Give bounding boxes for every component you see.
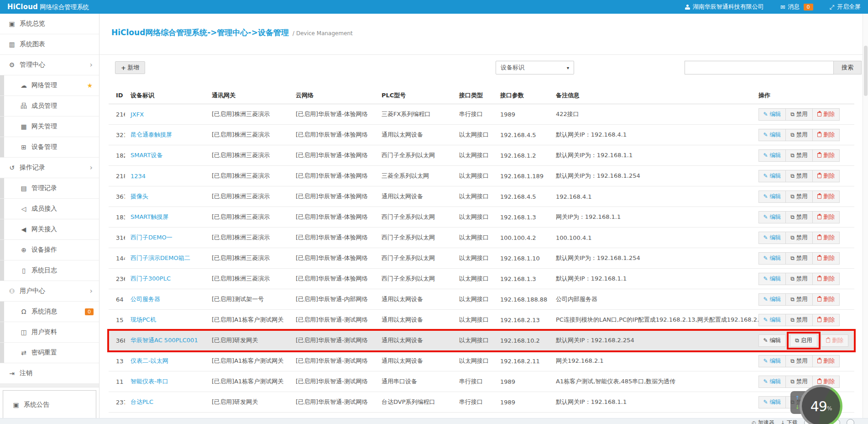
edit-button[interactable]: ✎编辑 bbox=[758, 273, 786, 285]
device-name-link[interactable]: 公司服务器 bbox=[125, 295, 206, 303]
device-name-link[interactable]: SMART触摸屏 bbox=[125, 213, 206, 221]
edit-button[interactable]: ✎编辑 bbox=[758, 334, 786, 347]
delete-button[interactable]: 删除 bbox=[812, 252, 840, 265]
sidebar-item[interactable]: ⚙管理中心› bbox=[0, 55, 99, 75]
delete-button[interactable]: 删除 bbox=[812, 273, 840, 285]
device-name-link[interactable]: 摄像头 bbox=[125, 192, 206, 201]
cell-plc: 通用以太网设备 bbox=[376, 295, 454, 303]
device-name-link[interactable]: 昆仑通泰触摸屏 bbox=[125, 131, 206, 139]
disable-button[interactable]: ⧉禁用 bbox=[785, 293, 813, 306]
device-name-link[interactable]: JXFX bbox=[125, 111, 206, 118]
sidebar-item[interactable]: ▣系统总览 bbox=[0, 14, 99, 34]
edit-button[interactable]: ✎编辑 bbox=[758, 376, 786, 388]
accelerator-item[interactable]: ◴ 加速器 bbox=[752, 419, 774, 424]
delete-button[interactable]: 删除 bbox=[812, 108, 840, 121]
chevron-right-icon: › bbox=[90, 287, 93, 295]
edit-button[interactable]: ✎编辑 bbox=[758, 232, 786, 244]
delete-button[interactable]: 删除 bbox=[812, 191, 840, 203]
cell-cloud: [已启用]华辰智通-体验网络 bbox=[290, 192, 376, 201]
cell-remark: 默认网关IP：192.168.1.1 bbox=[550, 275, 753, 283]
disable-button[interactable]: ⧉禁用 bbox=[785, 232, 813, 244]
edit-button[interactable]: ✎编辑 bbox=[758, 170, 786, 182]
sidebar-item[interactable]: ▥系统图表 bbox=[0, 34, 99, 55]
delete-button[interactable]: 删除 bbox=[821, 334, 848, 347]
device-name-link[interactable]: 西门子300PLC bbox=[125, 275, 206, 283]
fullscreen-toggle[interactable]: ⤢ 开启全屏 bbox=[830, 3, 861, 11]
disable-button[interactable]: ⧉禁用 bbox=[785, 273, 813, 285]
actions-cell: ✎编辑⧉禁用删除 bbox=[753, 129, 854, 141]
sidebar-item[interactable]: ⊞设备管理 bbox=[0, 137, 99, 158]
sidebar-item[interactable]: ☁网络管理★ bbox=[0, 75, 99, 96]
delete-button[interactable]: 删除 bbox=[812, 355, 840, 367]
disable-button[interactable]: ⧉禁用 bbox=[785, 252, 813, 265]
sidebar-item[interactable]: ⇄密码重置 bbox=[0, 343, 99, 363]
disable-button[interactable]: ⧉禁用 bbox=[785, 170, 813, 182]
disable-button[interactable]: ⧉禁用 bbox=[785, 355, 813, 367]
scrollbar-thumb[interactable] bbox=[864, 46, 868, 96]
trash-icon bbox=[817, 235, 821, 240]
delete-button[interactable]: 删除 bbox=[812, 211, 840, 223]
edit-button[interactable]: ✎编辑 bbox=[758, 211, 786, 223]
company-menu[interactable]: 湖南华辰智通科技有限公司 bbox=[685, 3, 764, 11]
filter-field-select[interactable]: 设备标识 ▾ bbox=[496, 61, 574, 74]
sidebar-item[interactable]: ▯系统日志 bbox=[0, 260, 99, 281]
sidebar-item[interactable]: ⊕设备操作 bbox=[0, 240, 99, 260]
company-name: 湖南华辰智通科技有限公司 bbox=[693, 3, 764, 11]
device-name-link[interactable]: 华辰智通AC 500PLC001 bbox=[125, 336, 206, 344]
search-input[interactable] bbox=[685, 61, 833, 74]
delete-button[interactable]: 删除 bbox=[812, 149, 840, 162]
table-row: 15现场PC机[已启用]A1栋客户测试网关[已启用]华辰智通-测试网络通用以太网… bbox=[109, 310, 854, 330]
sidebar-item[interactable]: ↺操作记录› bbox=[0, 158, 99, 178]
delete-button[interactable]: 删除 bbox=[812, 232, 840, 244]
sidebar-item[interactable]: ▤管理记录 bbox=[0, 178, 99, 199]
delete-button[interactable]: 删除 bbox=[812, 293, 840, 306]
delete-button[interactable]: 删除 bbox=[812, 129, 840, 141]
delete-button[interactable]: 删除 bbox=[812, 314, 840, 326]
disable-button[interactable]: ⧉禁用 bbox=[785, 149, 813, 162]
disable-button[interactable]: ⧉禁用 bbox=[785, 211, 813, 223]
device-name-link[interactable]: SMART设备 bbox=[125, 151, 206, 159]
browser-tool-icon[interactable] bbox=[847, 419, 854, 424]
sidebar-item-announcements[interactable]: ▣ 系统公告 bbox=[8, 398, 96, 412]
delete-button[interactable]: 删除 bbox=[812, 170, 840, 182]
device-name-link[interactable]: 台达PLC bbox=[125, 398, 206, 406]
edit-button[interactable]: ✎编辑 bbox=[758, 108, 786, 121]
sidebar-item[interactable]: Ω系统消息0 bbox=[0, 302, 99, 322]
device-name-link[interactable]: 智能仪表-串口 bbox=[125, 377, 206, 386]
memory-usage-circle[interactable]: 49 % bbox=[800, 385, 842, 424]
clone-icon: ⧉ bbox=[790, 173, 795, 179]
edit-button[interactable]: ✎编辑 bbox=[758, 293, 786, 306]
action-buttons: ✎编辑⧉禁用删除 bbox=[758, 232, 854, 244]
edit-button[interactable]: ✎编辑 bbox=[758, 314, 786, 326]
edit-button[interactable]: ✎编辑 bbox=[758, 355, 786, 367]
sidebar-item[interactable]: 品成员管理 bbox=[0, 96, 99, 117]
sidebar-item[interactable]: ▦网关管理 bbox=[0, 117, 99, 137]
edit-button[interactable]: ✎编辑 bbox=[758, 129, 786, 141]
edit-button[interactable]: ✎编辑 bbox=[758, 396, 786, 408]
edit-button[interactable]: ✎编辑 bbox=[758, 252, 786, 265]
edit-button[interactable]: ✎编辑 bbox=[758, 191, 786, 203]
messages-menu[interactable]: ✉ 消息 0 bbox=[780, 3, 813, 11]
device-name-link[interactable]: 西门子DEMO一 bbox=[125, 233, 206, 242]
disable-button[interactable]: ⧉禁用 bbox=[785, 314, 813, 326]
trash-icon bbox=[817, 174, 821, 178]
sidebar-item[interactable]: ⇥注销 bbox=[0, 363, 99, 384]
disable-button[interactable]: ⧉禁用 bbox=[785, 129, 813, 141]
disable-button[interactable]: ⧉禁用 bbox=[785, 108, 813, 121]
edit-button[interactable]: ✎编辑 bbox=[758, 149, 786, 162]
download-item[interactable]: ↓ 下载 bbox=[781, 419, 798, 424]
add-device-button[interactable]: +新增 bbox=[115, 61, 145, 74]
search-button[interactable]: 搜索 bbox=[833, 61, 862, 74]
vertical-scrollbar[interactable] bbox=[863, 14, 868, 419]
sidebar-item[interactable]: ⚇用户中心› bbox=[0, 281, 99, 302]
device-name-link[interactable]: 西门子演示DEMO箱二 bbox=[125, 254, 206, 262]
device-name-link[interactable]: 1234 bbox=[125, 173, 206, 180]
plus-square-icon: ⊕ bbox=[18, 246, 29, 254]
device-name-link[interactable]: 仪表二-以太网 bbox=[125, 357, 206, 365]
sidebar-item[interactable]: ◁成员接入 bbox=[0, 199, 99, 219]
disable-button[interactable]: ⧉禁用 bbox=[785, 191, 813, 203]
sidebar-item[interactable]: ◀网关接入 bbox=[0, 219, 99, 240]
enable-button[interactable]: ⧉启用 bbox=[790, 334, 817, 347]
sidebar-item[interactable]: ◫用户资料 bbox=[0, 322, 99, 343]
device-name-link[interactable]: 现场PC机 bbox=[125, 316, 206, 324]
